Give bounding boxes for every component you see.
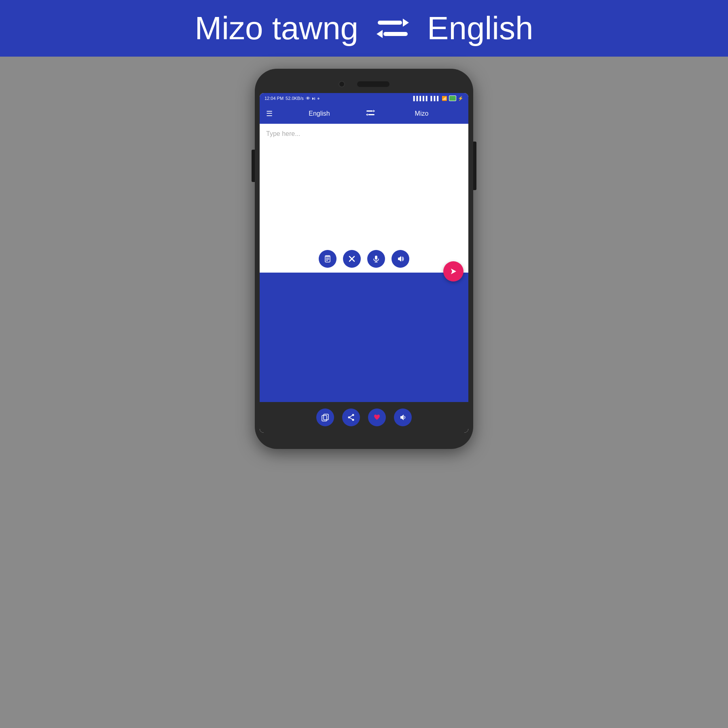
- status-speed: 52.0KB/s: [286, 96, 304, 101]
- phone-side-button-left: [252, 150, 255, 182]
- svg-marker-1: [403, 19, 409, 27]
- mic-button[interactable]: [367, 250, 385, 268]
- charging-icon: ⚡: [458, 96, 463, 101]
- svg-rect-20: [322, 415, 327, 421]
- status-right: ▌▌▌▌▌ ▌▌▌ 📶 88 ⚡: [413, 95, 463, 101]
- favorite-button[interactable]: [368, 408, 386, 426]
- main-area: 12:04 PM 52.0KB/s 👁 ⏯ ⊕ ▌▌▌▌▌ ▌▌▌ 📶 88 ⚡…: [0, 57, 728, 728]
- source-language-label[interactable]: Mizo tawng: [195, 10, 359, 47]
- svg-rect-4: [366, 110, 373, 112]
- volume-result-button[interactable]: [394, 408, 412, 426]
- signal-bars-icon: ▌▌▌▌▌: [413, 96, 429, 101]
- clear-button[interactable]: [343, 250, 361, 268]
- wifi-icon: 📶: [442, 96, 447, 101]
- svg-rect-2: [383, 32, 408, 36]
- svg-point-23: [348, 417, 350, 419]
- status-time: 12:04 PM: [265, 96, 284, 101]
- svg-marker-7: [366, 114, 368, 116]
- svg-rect-11: [326, 259, 329, 260]
- bottom-action-buttons-row: [260, 402, 468, 433]
- top-header: Mizo tawng English: [0, 0, 728, 57]
- svg-rect-6: [368, 114, 375, 115]
- nav-target-lang[interactable]: Mizo: [381, 110, 462, 117]
- status-icons: 👁 ⏯ ⊕: [306, 96, 320, 101]
- speaker-button[interactable]: [392, 250, 409, 268]
- svg-marker-19: [451, 269, 456, 274]
- status-bar: 12:04 PM 52.0KB/s 👁 ⏯ ⊕ ▌▌▌▌▌ ▌▌▌ 📶 88 ⚡: [260, 93, 468, 104]
- action-buttons-row: [260, 245, 468, 273]
- share-button[interactable]: [342, 408, 360, 426]
- input-placeholder: Type here...: [266, 130, 301, 137]
- app-navbar: ☰ English Mizo: [260, 104, 468, 124]
- svg-line-26: [350, 418, 352, 419]
- svg-marker-27: [400, 415, 404, 420]
- copy-result-button[interactable]: [316, 408, 334, 426]
- phone-speaker: [357, 81, 389, 87]
- status-left: 12:04 PM 52.0KB/s 👁 ⏯ ⊕: [265, 96, 320, 101]
- phone-side-button-right: [473, 142, 476, 190]
- svg-rect-21: [324, 414, 328, 420]
- clipboard-button[interactable]: [319, 250, 336, 268]
- phone-camera: [339, 81, 345, 87]
- phone-screen: 12:04 PM 52.0KB/s 👁 ⏯ ⊕ ▌▌▌▌▌ ▌▌▌ 📶 88 ⚡…: [260, 93, 468, 433]
- hamburger-menu-icon[interactable]: ☰: [266, 109, 273, 118]
- svg-marker-5: [373, 110, 375, 112]
- input-area[interactable]: Type here...: [260, 124, 468, 245]
- svg-line-25: [350, 415, 352, 417]
- nav-source-lang[interactable]: English: [279, 110, 360, 117]
- svg-rect-8: [326, 256, 330, 257]
- signal-bars-2-icon: ▌▌▌: [431, 96, 440, 101]
- battery-icon: 88: [449, 95, 456, 101]
- svg-rect-15: [375, 256, 377, 260]
- send-translate-button[interactable]: [443, 261, 463, 281]
- nav-swap-icon[interactable]: [366, 108, 375, 119]
- svg-marker-18: [398, 256, 401, 262]
- svg-marker-3: [377, 30, 383, 38]
- translation-result-area: [260, 273, 468, 402]
- svg-rect-10: [326, 258, 329, 258]
- phone-top-area: [260, 77, 468, 93]
- swap-languages-icon[interactable]: [375, 10, 411, 47]
- svg-rect-12: [326, 260, 328, 261]
- phone-mockup: 12:04 PM 52.0KB/s 👁 ⏯ ⊕ ▌▌▌▌▌ ▌▌▌ 📶 88 ⚡…: [255, 69, 473, 449]
- target-language-label[interactable]: English: [427, 10, 533, 47]
- svg-rect-0: [378, 21, 402, 25]
